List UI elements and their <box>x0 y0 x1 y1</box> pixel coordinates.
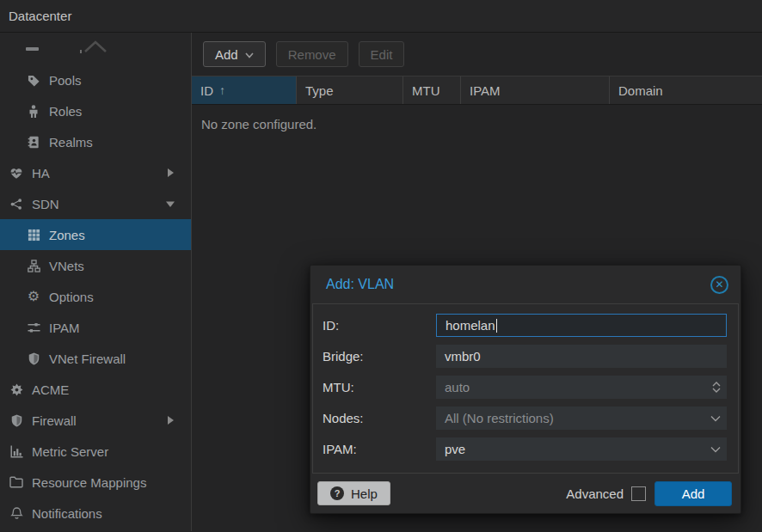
chevron-down-icon[interactable] <box>710 437 721 461</box>
network-icon <box>26 259 41 272</box>
sidebar-item-roles[interactable]: Roles <box>0 95 191 126</box>
table-header: ID ↑ Type MTU IPAM Domain <box>192 76 762 105</box>
sidebar-item-zones[interactable]: Zones <box>0 219 191 250</box>
sidebar-item-cutoff[interactable] <box>0 33 191 64</box>
sidebar-item-realms[interactable]: Realms <box>0 126 191 157</box>
dialog-footer: ? Help Advanced Add <box>310 474 740 513</box>
sidebar-item-label: Roles <box>49 104 82 119</box>
sidebar-item-label: HA <box>32 166 50 180</box>
sidebar-item-label: Zones <box>49 228 85 242</box>
sidebar-item-acme[interactable]: ACME <box>0 374 191 405</box>
certificate-icon <box>9 382 24 396</box>
sidebar-item-label: SDN <box>32 197 59 211</box>
nodes-select[interactable]: All (No restrictions) <box>436 407 727 430</box>
address-book-icon <box>26 135 41 149</box>
cutoff-icon <box>26 47 39 51</box>
sidebar-item-resource-mappings[interactable]: Resource Mappings <box>0 467 191 498</box>
mtu-spinner[interactable]: auto <box>436 376 727 399</box>
form-row-ipam: IPAM: pve <box>323 437 727 461</box>
sidebar-item-label: Metric Server <box>32 444 108 459</box>
tags-icon <box>26 73 41 87</box>
column-header-mtu[interactable]: MTU <box>403 76 461 104</box>
top-header: Datacenter <box>0 0 762 33</box>
toolbar: Add Remove Edit <box>192 33 762 76</box>
form-row-bridge: Bridge: vmbr0 <box>323 345 727 368</box>
add-button[interactable]: Add <box>203 41 266 67</box>
ipam-select[interactable]: pve <box>436 437 727 461</box>
close-icon[interactable]: ✕ <box>710 276 728 294</box>
field-label: Nodes: <box>323 411 436 425</box>
dialog-title: Add: VLAN <box>326 277 710 292</box>
sidebar-item-label: Notifications <box>32 506 102 521</box>
field-label: ID: <box>323 318 436 333</box>
sidebar-item-label: Resource Mappings <box>32 475 146 490</box>
bell-icon <box>9 506 24 520</box>
user-icon <box>26 104 41 118</box>
edit-button[interactable]: Edit <box>359 41 405 67</box>
field-label: IPAM: <box>323 442 436 456</box>
shield-icon <box>26 352 41 365</box>
shield-icon <box>9 413 24 427</box>
folder-icon <box>9 475 24 489</box>
empty-table-message: No zone configured. <box>192 105 762 131</box>
column-header-ipam[interactable]: IPAM <box>461 76 610 104</box>
remove-button[interactable]: Remove <box>276 41 348 67</box>
column-header-id[interactable]: ID ↑ <box>192 76 297 104</box>
share-nodes-icon <box>9 197 24 211</box>
sidebar-item-label: Firewall <box>32 413 77 428</box>
chevron-down-icon <box>165 199 175 209</box>
dialog-header[interactable]: Add: VLAN ✕ <box>310 266 740 303</box>
sidebar-item-label: VNets <box>49 259 84 273</box>
column-header-type[interactable]: Type <box>297 76 403 104</box>
gear-icon: ⚙ <box>26 290 41 303</box>
sidebar-item-sdn[interactable]: SDN <box>0 188 191 219</box>
id-input[interactable]: homelan <box>436 314 727 337</box>
form-row-nodes: Nodes: All (No restrictions) <box>323 407 727 430</box>
chart-bar-icon <box>9 444 24 458</box>
text-caret <box>496 319 497 333</box>
chevron-down-icon <box>245 52 254 58</box>
form-row-mtu: MTU: auto <box>323 376 727 399</box>
add-vlan-dialog: Add: VLAN ✕ ID: homelan Bridge: vmbr0 MT… <box>310 265 741 514</box>
chevron-right-icon <box>165 415 175 425</box>
column-header-domain[interactable]: Domain <box>610 76 762 104</box>
chevron-down-icon[interactable] <box>710 407 721 430</box>
sidebar-item-firewall[interactable]: Firewall <box>0 405 191 436</box>
sidebar-item-label: IPAM <box>49 321 80 335</box>
sidebar-item-label: Realms <box>49 135 93 150</box>
advanced-checkbox[interactable] <box>631 486 646 501</box>
heart-pulse-icon <box>9 166 24 180</box>
sidebar-item-label: VNet Firewall <box>49 352 126 366</box>
chevron-up-icon <box>83 40 108 53</box>
sidebar-item-vnets[interactable]: VNets <box>0 250 191 281</box>
spinner-arrows-icon[interactable] <box>712 376 721 399</box>
sidebar-item-label: ACME <box>32 382 69 397</box>
submit-add-button[interactable]: Add <box>654 481 732 506</box>
sidebar-item-notifications[interactable]: Notifications <box>0 498 191 529</box>
sidebar-item-ipam[interactable]: IPAM <box>0 312 191 343</box>
sidebar-item-ha[interactable]: HA <box>0 157 191 188</box>
sort-ascending-icon: ↑ <box>219 83 225 97</box>
sidebar-item-label: Options <box>49 290 94 304</box>
grid-icon <box>26 228 41 242</box>
bridge-input[interactable]: vmbr0 <box>436 345 727 368</box>
sidebar-item-pools[interactable]: Pools <box>0 64 191 95</box>
sidebar-item-metric-server[interactable]: Metric Server <box>0 436 191 467</box>
sliders-icon <box>26 321 41 334</box>
chevron-right-icon <box>165 168 175 178</box>
dialog-body: ID: homelan Bridge: vmbr0 MTU: auto Node… <box>312 303 739 474</box>
sidebar-item-label: Pools <box>49 73 82 88</box>
advanced-label: Advanced <box>566 486 624 501</box>
field-label: MTU: <box>323 380 436 394</box>
question-circle-icon: ? <box>330 486 344 500</box>
form-row-id: ID: homelan <box>323 314 727 337</box>
help-button[interactable]: ? Help <box>317 481 390 505</box>
sidebar-item-vnet-firewall[interactable]: VNet Firewall <box>0 343 191 374</box>
page-title: Datacenter <box>9 9 71 23</box>
sidebar: Pools Roles Realms HA SDN <box>0 33 192 531</box>
sidebar-item-options[interactable]: ⚙ Options <box>0 281 191 312</box>
field-label: Bridge: <box>323 349 436 364</box>
